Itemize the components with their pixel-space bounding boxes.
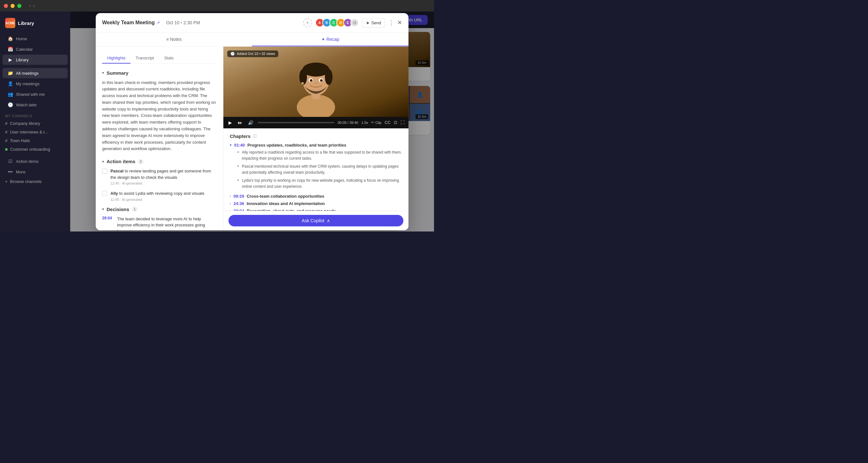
sidebar-channel-user-interviews[interactable]: # User interviews & t… bbox=[0, 128, 70, 136]
modal-header-right: + A B C D E +5 ➤ Send ⋮ bbox=[303, 18, 402, 27]
sidebar-item-watch-later[interactable]: 🕐 Watch later bbox=[3, 99, 68, 110]
modal: Weekly Team Meeting ↗ Oct 10 • 2:30 PM +… bbox=[96, 13, 408, 230]
sidebar-item-library[interactable]: ▶ Library bbox=[3, 55, 68, 65]
action-item-1: Pascal to review landing pages and get s… bbox=[102, 168, 217, 185]
nav-forward[interactable]: › bbox=[33, 3, 35, 8]
decisions-section-header[interactable]: ▾ Decisions 1 bbox=[102, 207, 217, 212]
chapter-1-collapse-icon: ▾ bbox=[230, 143, 232, 147]
sidebar-item-home[interactable]: 🏠 Home bbox=[3, 33, 68, 44]
chapters-header: Chapters ⓘ bbox=[230, 134, 402, 139]
chapter-item-2[interactable]: › 09:29 Cross-team collaboration opportu… bbox=[230, 194, 402, 199]
send-icon: ➤ bbox=[366, 21, 370, 25]
close-modal-button[interactable]: ✕ bbox=[397, 19, 402, 26]
chapters-info-icon[interactable]: ⓘ bbox=[253, 134, 257, 139]
action-item-1-text: Pascal to review landing pages and get s… bbox=[111, 168, 217, 180]
add-participant-button[interactable]: + bbox=[303, 18, 312, 27]
main-content: Browse Channels Record with URL ⋮ Recap bbox=[70, 11, 434, 231]
tab-notes[interactable]: ≡ Notes bbox=[96, 33, 252, 46]
progress-bar[interactable] bbox=[258, 122, 335, 123]
library-icon: ▶ bbox=[8, 57, 13, 62]
sidebar-item-library-label: Library bbox=[16, 57, 29, 62]
more-options-button[interactable]: ⋮ bbox=[389, 19, 394, 26]
time-display: 00:00 / 39:40 bbox=[338, 121, 358, 124]
decision-item-1: 28:04 The team decided to leverage more … bbox=[102, 216, 217, 230]
action-item-2-meta: 12:45 · AI-generated bbox=[111, 198, 204, 201]
modal-tabs: ≡ Notes ✦ Recap bbox=[96, 33, 408, 47]
modal-title-link[interactable]: ↗ bbox=[157, 21, 160, 25]
sidebar-channel-town-halls[interactable]: # Town Halls bbox=[0, 136, 70, 145]
action-item-2: Ally to assist Lydia with reviewing copy… bbox=[102, 190, 217, 201]
summary-chevron: ▾ bbox=[102, 70, 104, 75]
sidebar-item-calendar[interactable]: 📅 Calendar bbox=[3, 44, 68, 54]
traffic-light-green[interactable] bbox=[17, 4, 21, 8]
calendar-icon: 📅 bbox=[8, 47, 13, 52]
all-meetings-icon: 📁 bbox=[8, 70, 13, 76]
chapter-3-expand-icon: › bbox=[230, 201, 231, 205]
sidebar-item-more[interactable]: ••• More bbox=[3, 167, 68, 177]
chapter-2-name: Cross-team collaboration opportunities bbox=[247, 194, 324, 199]
app-logo: ACME bbox=[5, 18, 15, 28]
chapter-1-bullets: Ally reported a roadblock regarding acce… bbox=[230, 149, 402, 190]
all-meetings-label: All meetings bbox=[16, 71, 39, 76]
captions-button[interactable]: CC bbox=[384, 120, 391, 125]
inner-tab-highlights[interactable]: Highlights bbox=[102, 53, 130, 63]
hash-icon-3: # bbox=[5, 138, 7, 143]
video-person-svg bbox=[284, 47, 348, 117]
send-button[interactable]: ➤ Send bbox=[362, 18, 385, 27]
shared-label: Shared with me bbox=[16, 92, 45, 97]
sidebar-item-my-meetings[interactable]: 👤 My meetings bbox=[3, 79, 68, 89]
clip-button[interactable]: ✂ Clip bbox=[371, 120, 381, 124]
chapter-item-3[interactable]: › 24:36 Innovation ideas and AI implemen… bbox=[230, 201, 402, 206]
sidebar-item-shared[interactable]: 👥 Shared with me bbox=[3, 89, 68, 99]
nav-arrows: ‹ › bbox=[29, 3, 34, 8]
ask-copilot-button[interactable]: Ask Copilot ∧ bbox=[228, 215, 403, 226]
pip-button[interactable]: ⊡ bbox=[394, 120, 397, 125]
sidebar-browse-channels[interactable]: + Browse channels bbox=[0, 177, 70, 186]
scissors-icon: ✂ bbox=[371, 120, 374, 124]
sidebar-logo: ACME Library bbox=[0, 15, 70, 33]
summary-section-header[interactable]: ▾ Summary bbox=[102, 70, 217, 76]
decisions-count: 1 bbox=[132, 207, 137, 212]
action-items-count: 2 bbox=[138, 159, 144, 164]
summary-text: In this team check-in meeting, members p… bbox=[102, 80, 217, 153]
sidebar-channel-company[interactable]: # Company library bbox=[0, 119, 70, 128]
watch-later-icon: 🕐 bbox=[8, 102, 13, 107]
inner-tab-transcript[interactable]: Transcript bbox=[130, 53, 159, 63]
chapter-item-1: ▾ 01:40 Progress updates, roadblocks, an… bbox=[230, 143, 402, 190]
mute-button[interactable]: 🔊 bbox=[247, 119, 255, 126]
fullscreen-button[interactable]: ⛶ bbox=[401, 120, 405, 125]
sidebar-item-all-meetings[interactable]: 📁 All meetings bbox=[3, 68, 68, 78]
nav-back[interactable]: ‹ bbox=[29, 3, 31, 8]
watch-later-label: Watch later bbox=[16, 103, 37, 107]
modal-title: Weekly Team Meeting bbox=[102, 20, 155, 26]
inner-tab-stats[interactable]: Stats bbox=[159, 53, 179, 63]
video-meta-overlay: 🕐 Added Oct 10 • 32 views bbox=[227, 51, 278, 57]
browse-channels-sidebar-label: Browse channels bbox=[10, 179, 42, 184]
summary-title: Summary bbox=[106, 70, 128, 76]
sidebar-channel-customer[interactable]: Customer onboarding bbox=[0, 145, 70, 153]
action-item-2-checkbox[interactable] bbox=[102, 191, 107, 196]
action-items-section-header[interactable]: ▾ Action items 2 bbox=[102, 159, 217, 164]
action-items-title: Action items bbox=[106, 159, 135, 164]
svg-point-13 bbox=[320, 79, 322, 82]
chapter-1-time: 01:40 bbox=[234, 143, 245, 147]
video-preview: 🕐 Added Oct 10 • 32 views bbox=[223, 47, 408, 117]
skip-forward-button[interactable]: ⏭ bbox=[237, 119, 244, 126]
action-items-icon: ☑ bbox=[8, 159, 13, 164]
chapter-2-expand-icon: › bbox=[230, 194, 231, 198]
customer-label: Customer onboarding bbox=[10, 147, 50, 152]
chapter-3-time: 24:36 bbox=[234, 201, 244, 206]
action-item-1-checkbox[interactable] bbox=[102, 169, 107, 174]
traffic-light-yellow[interactable] bbox=[10, 4, 15, 8]
play-button[interactable]: ▶ bbox=[227, 119, 233, 126]
chapter-bullet-1-1: Ally reported a roadblock regarding acce… bbox=[238, 149, 402, 162]
tab-recap[interactable]: ✦ Recap bbox=[252, 33, 408, 46]
svg-point-14 bbox=[314, 82, 317, 84]
library-title: Library bbox=[18, 21, 34, 26]
sidebar-item-action-items[interactable]: ☑ Action items bbox=[3, 156, 68, 166]
svg-point-9 bbox=[325, 69, 333, 85]
chapter-1-title-row[interactable]: ▾ 01:40 Progress updates, roadblocks, an… bbox=[230, 143, 402, 147]
video-controls: ▶ ⏭ 🔊 00:00 / 39:40 1.5x bbox=[223, 117, 408, 128]
speed-button[interactable]: 1.5x bbox=[361, 121, 368, 124]
traffic-light-red[interactable] bbox=[4, 4, 8, 8]
